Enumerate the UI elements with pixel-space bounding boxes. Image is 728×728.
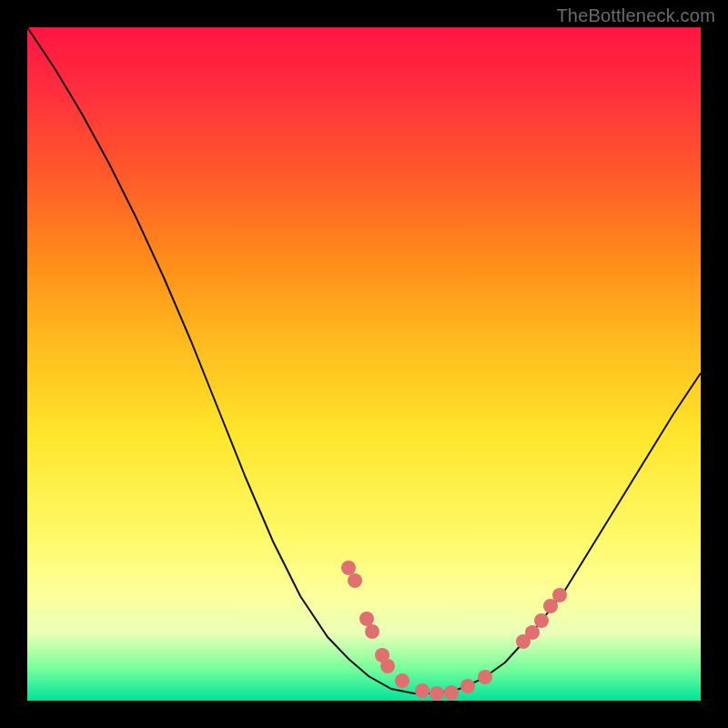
- data-dot: [365, 624, 379, 639]
- chart-svg: [27, 27, 701, 701]
- plot-area: [27, 27, 701, 701]
- watermark-text: TheBottleneck.com: [556, 5, 715, 26]
- data-dot: [430, 686, 444, 701]
- data-dot: [460, 679, 475, 693]
- data-dot: [415, 683, 430, 698]
- bottleneck-curve: [27, 27, 701, 693]
- data-dot: [525, 625, 540, 640]
- data-dot: [348, 573, 362, 588]
- data-dot: [359, 612, 374, 626]
- data-dot: [380, 659, 395, 673]
- data-dot: [552, 588, 567, 602]
- data-dot: [341, 561, 356, 575]
- data-dot: [534, 613, 549, 628]
- data-dot: [478, 670, 492, 684]
- data-dot: [444, 685, 459, 700]
- data-dot: [395, 673, 410, 688]
